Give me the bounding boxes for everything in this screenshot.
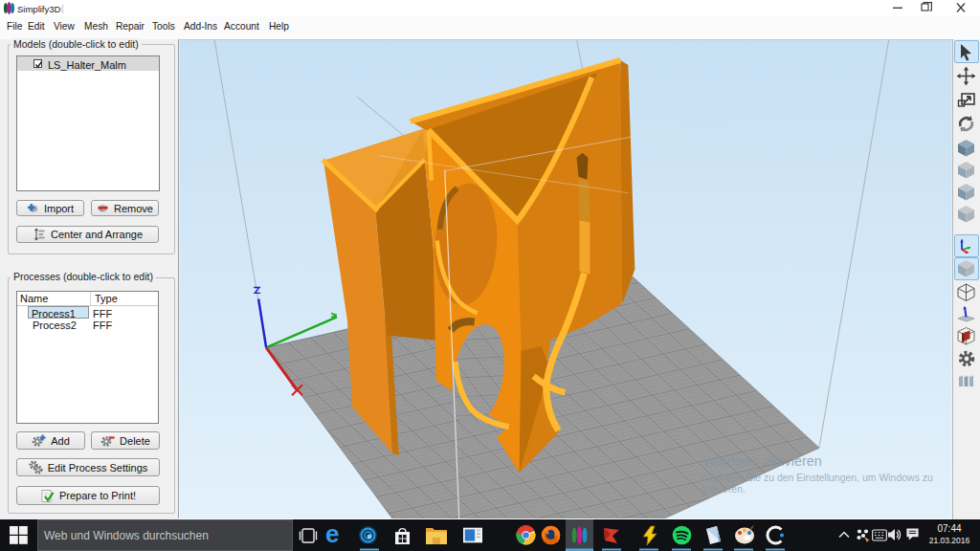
svg-text:Windows aktivieren: Windows aktivieren <box>702 453 822 469</box>
svg-text:aktivieren.: aktivieren. <box>700 484 746 495</box>
svg-text:Wechseln Sie zu den Einstellun: Wechseln Sie zu den Einstellungen, um Wi… <box>700 473 933 483</box>
